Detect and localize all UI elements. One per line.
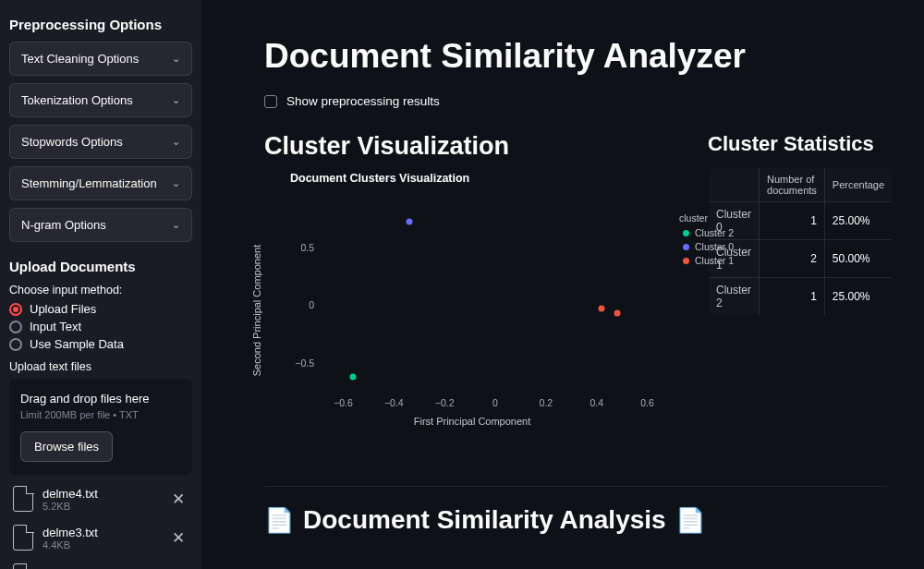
y-axis-label: Second Principal Component <box>251 245 262 376</box>
checkbox-icon <box>264 95 277 108</box>
preprocessing-title: Preprocessing Options <box>9 17 192 32</box>
main-content: Document Similarity Analyzer Show prepro… <box>201 0 924 569</box>
y-tick-label: 0.5 <box>288 242 314 253</box>
table-header: Percentage <box>824 168 892 202</box>
expander-label: Stopwords Options <box>21 135 123 149</box>
dropzone-title: Drag and drop files here <box>20 392 181 406</box>
y-tick-label: −0.5 <box>288 357 314 369</box>
x-tick-label: −0.4 <box>384 397 404 408</box>
document-icon: 📄 <box>264 506 294 535</box>
file-icon <box>13 486 33 512</box>
file-icon <box>13 563 33 569</box>
expander-stopwords[interactable]: Stopwords Options ⌄ <box>9 125 192 159</box>
radio-sample-data[interactable]: Use Sample Data <box>9 337 192 351</box>
expander-label: Tokenization Options <box>21 93 133 107</box>
table-header: Number of documents <box>760 168 825 202</box>
similarity-section-title: 📄 Document Similarity Analysis 📄 <box>264 505 887 535</box>
legend-label: Cluster 1 <box>695 255 734 266</box>
legend-item[interactable]: Cluster 0 <box>683 241 734 252</box>
chevron-down-icon: ⌄ <box>172 53 180 65</box>
expander-tokenization[interactable]: Tokenization Options ⌄ <box>9 83 192 117</box>
legend-item[interactable]: Cluster 2 <box>683 227 734 238</box>
table-row: Cluster 0 1 25.00% <box>709 202 893 240</box>
radio-label: Input Text <box>30 320 81 333</box>
file-size: 5.2KB <box>43 501 159 512</box>
checkbox-label: Show preprocessing results <box>286 94 440 108</box>
radio-label: Upload Files <box>30 302 96 316</box>
expander-stemming[interactable]: Stemming/Lemmatization ⌄ <box>9 166 192 200</box>
cluster-stats-table: Number of documents Percentage Cluster 0… <box>708 167 893 316</box>
chevron-down-icon: ⌄ <box>172 219 180 231</box>
sidebar: Preprocessing Options Text Cleaning Opti… <box>0 0 201 569</box>
uploaded-file-row: delme3.txt 4.4KB ✕ <box>9 523 192 552</box>
table-row: Cluster 1 2 50.00% <box>709 240 893 278</box>
upload-files-label: Upload text files <box>9 360 192 373</box>
legend-label: Cluster 0 <box>695 241 734 252</box>
remove-file-button[interactable]: ✕ <box>168 490 188 509</box>
y-tick-label: 0 <box>288 299 314 310</box>
legend-label: Cluster 2 <box>695 227 734 238</box>
cluster-viz-title: Cluster Visualization <box>264 132 680 161</box>
show-preprocessing-checkbox[interactable]: Show preprocessing results <box>264 94 887 108</box>
plot-area: −0.500.5−0.6−0.4−0.200.20.40.6 <box>318 201 673 392</box>
table-row: Cluster 2 1 25.00% <box>709 278 893 316</box>
document-icon: 📄 <box>675 506 705 535</box>
uploaded-file-row: delme2.txt ✕ <box>9 562 192 569</box>
legend-swatch <box>683 244 689 250</box>
scatter-chart[interactable]: Document Clusters Visualization Second P… <box>264 172 680 449</box>
upload-title: Upload Documents <box>9 259 192 274</box>
x-tick-label: 0.2 <box>540 397 553 408</box>
radio-label: Use Sample Data <box>30 337 124 351</box>
file-dropzone[interactable]: Drag and drop files here Limit 200MB per… <box>9 379 192 475</box>
divider <box>264 486 887 487</box>
row-name: Cluster 2 <box>709 278 760 316</box>
chevron-down-icon: ⌄ <box>172 136 180 148</box>
browse-files-button[interactable]: Browse files <box>20 431 113 462</box>
legend-swatch <box>683 258 689 264</box>
row-count: 2 <box>760 240 825 278</box>
chart-legend: cluster Cluster 2Cluster 0Cluster 1 <box>683 212 734 269</box>
row-pct: 25.00% <box>824 202 892 240</box>
expander-ngram[interactable]: N-gram Options ⌄ <box>9 208 192 242</box>
file-name: delme3.txt <box>43 526 159 539</box>
row-count: 1 <box>760 202 825 240</box>
chart-title: Document Clusters Visualization <box>264 172 680 185</box>
x-tick-label: −0.6 <box>334 397 353 408</box>
radio-icon <box>9 338 22 351</box>
data-point[interactable] <box>614 310 620 317</box>
expander-label: Stemming/Lemmatization <box>21 176 157 190</box>
data-point[interactable] <box>406 219 412 225</box>
row-pct: 50.00% <box>824 240 892 278</box>
chevron-down-icon: ⌄ <box>172 94 180 106</box>
legend-item[interactable]: Cluster 1 <box>683 255 734 266</box>
row-pct: 25.00% <box>824 278 892 316</box>
expander-label: Text Cleaning Options <box>21 52 139 66</box>
input-method-label: Choose input method: <box>9 284 192 297</box>
page-title: Document Similarity Analyzer <box>264 37 887 76</box>
table-header-row: Number of documents Percentage <box>709 168 893 202</box>
remove-file-button[interactable]: ✕ <box>168 528 188 548</box>
radio-upload-files[interactable]: Upload Files <box>9 302 192 316</box>
x-tick-label: 0.4 <box>590 397 603 408</box>
similarity-title-text: Document Similarity Analysis <box>303 505 666 535</box>
table-header <box>709 168 760 202</box>
radio-icon <box>9 303 22 316</box>
x-axis-label: First Principal Component <box>414 416 531 427</box>
row-count: 1 <box>760 278 825 316</box>
data-point[interactable] <box>350 373 357 380</box>
expander-label: N-gram Options <box>21 218 106 232</box>
cluster-stats-title: Cluster Statistics <box>708 132 893 156</box>
x-tick-label: −0.2 <box>435 397 455 408</box>
x-tick-label: 0.6 <box>640 397 654 408</box>
dropzone-subtitle: Limit 200MB per file • TXT <box>20 409 181 420</box>
data-point[interactable] <box>599 306 605 312</box>
radio-icon <box>9 321 22 333</box>
expander-text-cleaning[interactable]: Text Cleaning Options ⌄ <box>9 42 192 76</box>
file-name: delme4.txt <box>43 487 159 501</box>
legend-swatch <box>683 230 689 236</box>
file-size: 4.4KB <box>43 539 159 551</box>
radio-input-text[interactable]: Input Text <box>9 320 192 333</box>
uploaded-file-row: delme4.txt 5.2KB ✕ <box>9 484 192 514</box>
chevron-down-icon: ⌄ <box>172 177 180 189</box>
file-icon <box>13 525 33 551</box>
